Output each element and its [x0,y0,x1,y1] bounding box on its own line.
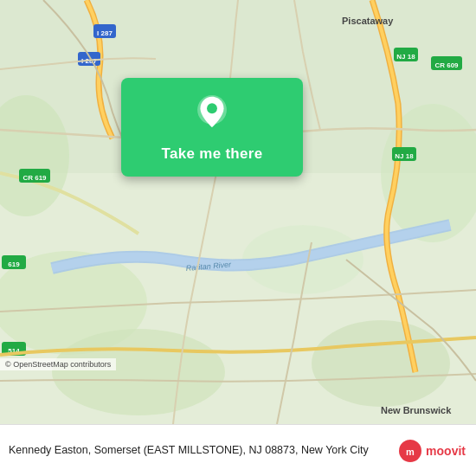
svg-text:m: m [406,447,415,457]
svg-text:NJ 18: NJ 18 [395,152,414,160]
map-attribution: © OpenStreetMap contributors [0,358,116,370]
svg-point-4 [312,320,450,407]
svg-text:Piscataway: Piscataway [342,16,394,26]
svg-text:619: 619 [8,261,20,268]
take-me-there-button[interactable]: Take me there [162,145,263,163]
moovit-logo-icon: m [398,439,422,463]
moovit-logo: m moovit [398,439,466,463]
svg-text:CR 619: CR 619 [23,174,47,182]
address-text: Kennedy Easton, Somerset (EAST MILLSTONE… [9,443,398,459]
take-me-there-overlay[interactable]: Take me there [121,78,303,177]
svg-text:I 287: I 287 [97,29,113,37]
svg-text:NJ 18: NJ 18 [396,53,415,61]
bottom-bar: Kennedy Easton, Somerset (EAST MILLSTONE… [0,424,476,476]
location-pin-icon [193,95,231,133]
map-container: Raritan River I 287 I 287 NJ 18 NJ 18 CR… [0,0,476,424]
moovit-text: moovit [426,444,466,458]
svg-text:CR 609: CR 609 [434,61,459,69]
svg-point-5 [52,329,225,415]
svg-point-29 [207,103,217,113]
svg-text:New Brunswick: New Brunswick [381,405,452,415]
